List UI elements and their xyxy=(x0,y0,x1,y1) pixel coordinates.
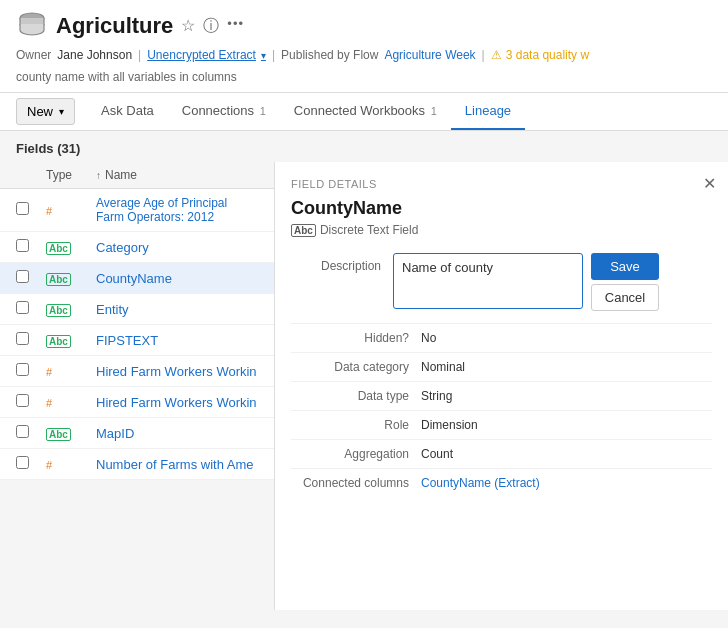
published-label: Published by Flow xyxy=(281,48,378,62)
description-buttons: Save Cancel xyxy=(591,253,659,311)
row-checkbox[interactable] xyxy=(16,270,29,283)
data-description: county name with all variables in column… xyxy=(16,70,712,92)
table-wrapper: Type ↑ Name # Average Age of Principal F… xyxy=(0,162,274,480)
cancel-button[interactable]: Cancel xyxy=(591,284,659,311)
left-panel: Type ↑ Name # Average Age of Principal F… xyxy=(0,162,275,610)
main-area: Type ↑ Name # Average Age of Principal F… xyxy=(0,162,728,610)
tab-ask-data[interactable]: Ask Data xyxy=(87,93,168,130)
tab-connections[interactable]: Connections 1 xyxy=(168,93,280,130)
row-checkbox[interactable] xyxy=(16,301,29,314)
detail-label: Data category xyxy=(291,360,421,374)
fields-header: Fields (31) xyxy=(0,131,728,162)
row-checkbox[interactable] xyxy=(16,363,29,376)
type-icon: # xyxy=(46,397,52,409)
detail-row-aggregation: Aggregation Count xyxy=(291,439,712,468)
right-panel: ✕ Field details CountyName Abc Discrete … xyxy=(275,162,728,610)
field-name-link[interactable]: Number of Farms with Ame xyxy=(96,457,258,472)
description-row: Description Name of county Save Cancel xyxy=(291,253,712,311)
description-input-wrap: Name of county Save Cancel xyxy=(393,253,712,311)
detail-label: Connected columns xyxy=(291,476,421,490)
field-type: Abc Discrete Text Field xyxy=(291,223,712,237)
field-name-link[interactable]: Entity xyxy=(96,302,258,317)
owner-name: Jane Johnson xyxy=(57,48,132,62)
table-row: # Average Age of Principal Farm Operator… xyxy=(0,189,274,232)
info-icon[interactable]: ⓘ xyxy=(203,16,219,37)
detail-value: String xyxy=(421,389,452,403)
field-name-link[interactable]: Average Age of Principal Farm Operators:… xyxy=(96,196,258,224)
table-row: # Hired Farm Workers Workin xyxy=(0,356,274,387)
extract-badge[interactable]: Unencrypted Extract ▾ xyxy=(147,48,266,62)
detail-value: No xyxy=(421,331,436,345)
database-icon xyxy=(16,10,48,42)
field-type-text: Discrete Text Field xyxy=(320,223,418,237)
field-name-link[interactable]: MapID xyxy=(96,426,258,441)
detail-label: Role xyxy=(291,418,421,432)
connected-columns-link[interactable]: CountyName (Extract) xyxy=(421,476,540,490)
detail-label: Aggregation xyxy=(291,447,421,461)
save-button[interactable]: Save xyxy=(591,253,659,280)
row-checkbox[interactable] xyxy=(16,239,29,252)
type-icon: Abc xyxy=(46,242,71,255)
quality-warning: ⚠ 3 data quality w xyxy=(491,48,589,62)
detail-row-datacategory: Data category Nominal xyxy=(291,352,712,381)
more-icon[interactable]: ••• xyxy=(227,16,244,37)
table-row: Abc FIPSTEXT xyxy=(0,325,274,356)
detail-row-connected-columns: Connected columns CountyName (Extract) xyxy=(291,468,712,497)
table-row: Abc MapID xyxy=(0,418,274,449)
detail-row-datatype: Data type String xyxy=(291,381,712,410)
type-icon: # xyxy=(46,459,52,471)
new-button[interactable]: New ▾ xyxy=(16,98,75,125)
header-top: Agriculture ☆ ⓘ ••• xyxy=(16,10,712,42)
row-checkbox[interactable] xyxy=(16,394,29,407)
sort-arrow[interactable]: ↑ xyxy=(96,170,101,181)
field-details-label: Field details xyxy=(291,178,712,190)
tab-lineage[interactable]: Lineage xyxy=(451,93,525,130)
type-icon: Abc xyxy=(46,428,71,441)
flow-link[interactable]: Agriculture Week xyxy=(384,48,475,62)
field-type-badge: Abc xyxy=(291,224,316,237)
close-button[interactable]: ✕ xyxy=(703,174,716,193)
field-name-link[interactable]: Hired Farm Workers Workin xyxy=(96,395,258,410)
type-icon: Abc xyxy=(46,304,71,317)
description-label: Description xyxy=(291,253,381,273)
type-col-header: Type xyxy=(46,168,96,182)
detail-label: Hidden? xyxy=(291,331,421,345)
type-icon: # xyxy=(46,205,52,217)
detail-value: Count xyxy=(421,447,453,461)
detail-value: Nominal xyxy=(421,360,465,374)
nav-row: New ▾ Ask Data Connections 1 Connected W… xyxy=(0,93,728,131)
tab-connected-workbooks[interactable]: Connected Workbooks 1 xyxy=(280,93,451,130)
table-header: Type ↑ Name xyxy=(0,162,274,189)
row-checkbox[interactable] xyxy=(16,425,29,438)
detail-row-hidden: Hidden? No xyxy=(291,323,712,352)
header-meta: Owner Jane Johnson | Unencrypted Extract… xyxy=(16,48,712,62)
description-input[interactable]: Name of county xyxy=(393,253,583,309)
star-icon[interactable]: ☆ xyxy=(181,16,195,37)
table-row: # Hired Farm Workers Workin xyxy=(0,387,274,418)
field-name-link[interactable]: FIPSTEXT xyxy=(96,333,258,348)
row-checkbox[interactable] xyxy=(16,202,29,215)
warning-icon: ⚠ xyxy=(491,48,502,62)
row-checkbox[interactable] xyxy=(16,456,29,469)
header-icons: ☆ ⓘ ••• xyxy=(181,16,244,37)
field-name-link[interactable]: CountyName xyxy=(96,271,258,286)
type-icon: Abc xyxy=(46,335,71,348)
detail-row-role: Role Dimension xyxy=(291,410,712,439)
name-col-header: ↑ Name xyxy=(96,168,258,182)
row-checkbox[interactable] xyxy=(16,332,29,345)
page-header: Agriculture ☆ ⓘ ••• Owner Jane Johnson |… xyxy=(0,0,728,93)
table-row: Abc CountyName xyxy=(0,263,274,294)
field-name-link[interactable]: Hired Farm Workers Workin xyxy=(96,364,258,379)
table-row: Abc Entity xyxy=(0,294,274,325)
owner-label: Owner xyxy=(16,48,51,62)
detail-label: Data type xyxy=(291,389,421,403)
type-icon: Abc xyxy=(46,273,71,286)
page-title: Agriculture xyxy=(56,13,173,39)
field-name-link[interactable]: Category xyxy=(96,240,258,255)
table-row: # Number of Farms with Ame xyxy=(0,449,274,480)
detail-value: Dimension xyxy=(421,418,478,432)
field-title: CountyName xyxy=(291,198,712,219)
type-icon: # xyxy=(46,366,52,378)
table-row: Abc Category xyxy=(0,232,274,263)
